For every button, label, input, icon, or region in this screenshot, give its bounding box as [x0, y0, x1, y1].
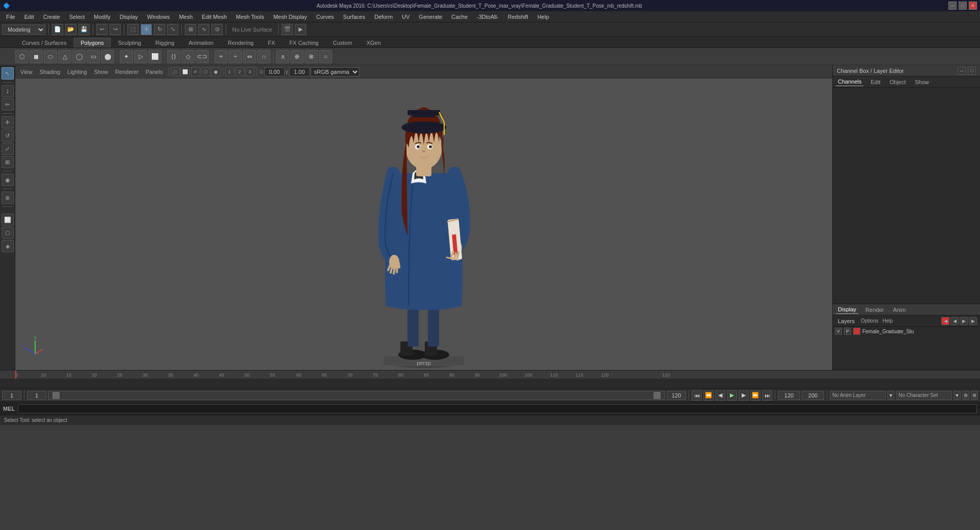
layer-visibility[interactable]: V — [835, 328, 842, 335]
show-manip-btn[interactable]: ⊛ — [2, 192, 14, 204]
layer-btn-4[interactable]: ▶ — [969, 317, 977, 325]
shelf-quad[interactable]: ⬜ — [148, 50, 161, 63]
menu-uv[interactable]: UV — [398, 13, 414, 21]
timeline-body[interactable] — [0, 379, 980, 388]
viewport-canvas[interactable]: b X Y Z persp — [15, 78, 832, 370]
goto-start-btn[interactable]: ⏮ — [692, 390, 702, 401]
select-tool-btn[interactable]: ↖ — [2, 67, 14, 80]
menu-file[interactable]: File — [2, 13, 19, 21]
shelf-bevel[interactable]: ◇ — [181, 50, 195, 63]
shelf-triangulate[interactable]: ▷ — [134, 50, 147, 63]
char-set-input[interactable]: No Character Set — [896, 391, 952, 400]
rpanel-tab-object[interactable]: Object — [887, 78, 908, 86]
renderer-menu[interactable]: Renderer — [112, 68, 142, 75]
view-cube-btn2[interactable]: ⬡ — [2, 227, 14, 239]
shelf-tab-rendering[interactable]: Rendering — [221, 38, 260, 47]
menu-3dto[interactable]: -3DtoAll- — [473, 13, 503, 21]
shelf-tab-custom[interactable]: Custom — [326, 38, 359, 47]
vp-iso-btn[interactable]: ⬜ — [181, 67, 190, 76]
shelf-smooth[interactable]: ✦ — [120, 50, 133, 63]
snap-curve-btn[interactable]: ∿ — [198, 24, 209, 35]
vp-quality-1[interactable]: 1 — [225, 67, 234, 76]
shelf-bridge[interactable]: ⊂⊃ — [196, 50, 209, 63]
rpanel-tab-channels[interactable]: Channels — [836, 77, 863, 86]
view-cube-btn[interactable]: ⬜ — [2, 214, 14, 226]
shelf-pipe[interactable]: ⬤ — [101, 50, 114, 63]
menu-surfaces[interactable]: Surfaces — [339, 13, 369, 21]
shelf-tab-sculpting[interactable]: Sculpting — [112, 38, 148, 47]
close-button[interactable]: ✕ — [969, 2, 977, 10]
shelf-sphere[interactable]: ⬡ — [15, 50, 29, 63]
menu-windows[interactable]: Windows — [143, 13, 174, 21]
help-label[interactable]: Help — [883, 318, 893, 324]
vp-cam-btn[interactable]: 🎥 — [171, 67, 180, 76]
move-tool-btn[interactable]: ✛ — [2, 116, 14, 128]
vp-quality-2[interactable]: 2 — [235, 67, 244, 76]
rotate-tool-btn[interactable]: ↺ — [2, 129, 14, 142]
goto-end-btn[interactable]: ⏭ — [762, 390, 772, 401]
view-menu[interactable]: View — [17, 68, 36, 75]
shelf-crease[interactable]: ∧ — [276, 50, 289, 63]
shelf-tab-curves-surfaces[interactable]: Curves / Surfaces — [15, 38, 73, 47]
menu-edit-mesh[interactable]: Edit Mesh — [198, 13, 231, 21]
shelf-mirror[interactable]: ⇔ — [243, 50, 256, 63]
minimize-button[interactable]: ─ — [948, 2, 957, 10]
gamma-value[interactable]: 1.00 — [289, 67, 310, 76]
snap-grid-btn[interactable]: ⊞ — [185, 24, 196, 35]
rpanel-tab-show[interactable]: Show — [913, 78, 931, 86]
vp-grid-btn[interactable]: # — [191, 67, 200, 76]
range-max2-input[interactable] — [802, 391, 824, 400]
shelf-boolean[interactable]: ∩ — [257, 50, 270, 63]
paint-select-btn[interactable]: ✏ — [2, 98, 14, 111]
undo-btn[interactable]: ↩ — [96, 24, 107, 35]
frame-range-end[interactable] — [667, 391, 686, 400]
shelf-merge[interactable]: ⊗ — [305, 50, 318, 63]
layer-btn-3[interactable]: ▶ — [960, 317, 968, 325]
menu-generate[interactable]: Generate — [415, 13, 446, 21]
menu-curves[interactable]: Curves — [312, 13, 338, 21]
menu-redshift[interactable]: Redshift — [504, 13, 532, 21]
range-start-handle[interactable] — [52, 392, 60, 399]
rpanel-tab-edit[interactable]: Edit — [868, 78, 882, 86]
render-settings-btn[interactable]: 🎬 — [282, 24, 293, 35]
lasso-tool-btn[interactable]: ⤸ — [2, 85, 14, 97]
shelf-torus[interactable]: ◯ — [72, 50, 86, 63]
open-btn[interactable]: 📂 — [65, 24, 76, 35]
shelf-tab-fx[interactable]: FX — [261, 38, 282, 47]
timeline-ruler[interactable]: 5 10 15 20 25 30 35 40 45 50 55 60 65 70… — [0, 370, 980, 379]
rotate-mode-btn[interactable]: ↻ — [154, 24, 165, 35]
menu-create[interactable]: Create — [39, 13, 64, 21]
lighting-menu[interactable]: Lighting — [64, 68, 90, 75]
shading-menu[interactable]: Shading — [37, 68, 63, 75]
vp-wire-btn[interactable]: ⬡ — [201, 67, 210, 76]
scale-tool-btn[interactable]: ⤢ — [2, 143, 14, 155]
shelf-combine[interactable]: + — [214, 50, 228, 63]
view-cube-btn3[interactable]: ◈ — [2, 240, 14, 252]
layer-btn-1[interactable]: ◀ — [941, 317, 949, 325]
panels-menu[interactable]: Panels — [143, 68, 166, 75]
menu-mesh-display[interactable]: Mesh Display — [269, 13, 311, 21]
shelf-cube[interactable]: ◼ — [30, 50, 43, 63]
step-back-btn[interactable]: ◀ — [715, 390, 725, 401]
color-space-selector[interactable]: sRGB gamma — [311, 67, 360, 76]
layer-btn-2[interactable]: ◀ — [950, 317, 959, 325]
mode-selector[interactable]: Modeling Rigging Animation FX Rendering — [2, 24, 45, 35]
shelf-cone[interactable]: △ — [58, 50, 71, 63]
layer-color-swatch[interactable] — [853, 328, 860, 335]
rpanel-minimize[interactable]: ─ — [958, 67, 966, 75]
play-btn[interactable]: ▶ — [727, 390, 737, 401]
shelf-tab-animation[interactable]: Animation — [182, 38, 220, 47]
menu-deform[interactable]: Deform — [370, 13, 397, 21]
vp-shaded-btn[interactable]: ◼ — [211, 67, 221, 76]
menu-edit[interactable]: Edit — [20, 13, 38, 21]
shelf-tab-rigging[interactable]: Rigging — [149, 38, 181, 47]
menu-mesh-tools[interactable]: Mesh Tools — [232, 13, 268, 21]
select-mode-btn[interactable]: ⬚ — [127, 24, 139, 35]
range-max-input[interactable] — [778, 391, 800, 400]
soft-mod-btn[interactable]: ◉ — [2, 174, 14, 186]
shelf-tab-polygons[interactable]: Polygons — [74, 38, 110, 47]
shelf-separate[interactable]: ÷ — [229, 50, 242, 63]
char-set-extra[interactable]: ⚙ — [971, 391, 978, 400]
command-input[interactable] — [18, 404, 977, 413]
char-set-dropdown[interactable]: ▼ — [954, 391, 961, 400]
